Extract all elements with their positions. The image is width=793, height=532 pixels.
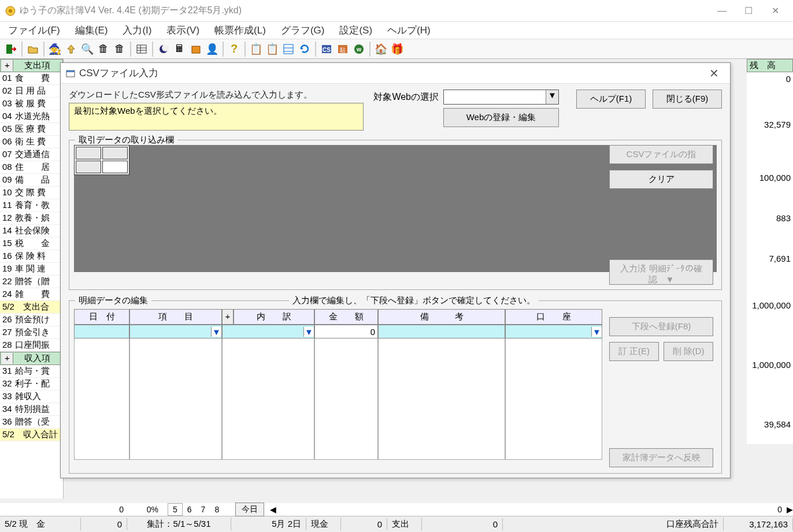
close-button[interactable]: ✕ [762, 2, 788, 20]
balance-value: 1,000,000 [747, 285, 793, 325]
menu-file[interactable]: ファイル(F) [2, 21, 66, 39]
gift-icon[interactable]: 🎁 [390, 42, 405, 57]
scroll-right-icon[interactable]: ▶ [787, 505, 793, 514]
csv-file-button[interactable]: CSVファイルの指 [609, 145, 713, 164]
minimize-button[interactable]: — [709, 2, 735, 20]
menu-report[interactable]: 帳票作成(L) [209, 21, 272, 39]
menu-settings[interactable]: 設定(S) [333, 21, 378, 39]
category-row[interactable]: 10交 際 費 [0, 187, 63, 199]
paste-icon[interactable]: 貼 [335, 42, 350, 57]
dialog-hint: 最初に対象Webを選択してください。 [69, 103, 364, 131]
day-5[interactable]: 5 [168, 503, 183, 516]
menu-input[interactable]: 入力(I) [117, 21, 157, 39]
web-icon[interactable]: W [351, 42, 366, 57]
cs-icon[interactable]: CS [319, 42, 334, 57]
dropdown-icon[interactable]: ▼ [591, 327, 602, 337]
category-row[interactable]: 28口座間振 [0, 339, 63, 352]
open-icon[interactable] [25, 42, 40, 57]
menu-graph[interactable]: グラフ(G) [275, 21, 331, 39]
category-row[interactable]: 34特別損益 [0, 403, 63, 416]
item-input[interactable]: ▼ [129, 325, 222, 338]
category-row[interactable]: 16保 険 料 [0, 250, 63, 263]
acct-list[interactable] [505, 338, 602, 460]
house-icon[interactable]: 🏠 [373, 42, 388, 57]
scroll-left-icon[interactable]: ◀ [270, 505, 276, 514]
close-dialog-button[interactable]: 閉じる(F9) [653, 90, 722, 109]
clear-button[interactable]: クリア [609, 170, 713, 189]
category-row[interactable]: 26預金預け [0, 314, 63, 326]
category-row[interactable]: 15税 金 [0, 237, 63, 250]
copy2-icon[interactable]: 📋 [265, 42, 280, 57]
category-row[interactable]: 07交通通信 [0, 148, 63, 161]
help-button[interactable]: ヘルプ(F1) [576, 90, 646, 109]
category-row[interactable]: 12教養・娯 [0, 212, 63, 225]
col-plus-button[interactable]: + [222, 309, 234, 325]
category-row[interactable]: 14社会保険 [0, 225, 63, 237]
trash2-icon[interactable]: 🗑 [112, 42, 127, 57]
menu-view[interactable]: 表示(V) [161, 21, 205, 39]
expand-income-button[interactable]: + [2, 353, 13, 364]
box-icon[interactable] [188, 42, 203, 57]
day-7[interactable]: 7 [197, 504, 210, 515]
reflect-button[interactable]: 家計簿データへ反映 [609, 448, 713, 467]
item-list[interactable] [129, 338, 222, 460]
date-input[interactable] [74, 325, 129, 338]
grid-icon[interactable] [281, 42, 296, 57]
category-row[interactable]: 27預金引き [0, 326, 63, 339]
category-row[interactable]: 05医 療 費 [0, 123, 63, 136]
chevron-down-icon[interactable]: ▼ [546, 90, 558, 104]
detail-input[interactable]: ▼ [222, 325, 314, 338]
category-row[interactable]: 01食 費 [0, 72, 63, 85]
dialog-close-button[interactable]: ✕ [702, 66, 725, 80]
person-icon[interactable]: 👤 [205, 42, 220, 57]
category-row[interactable]: 19車 関 連 [0, 263, 63, 276]
day-6[interactable]: 6 [183, 504, 197, 515]
calc-icon[interactable]: 🖩 [172, 42, 187, 57]
category-row[interactable]: 22贈答（贈 [0, 276, 63, 288]
wizard-icon[interactable]: 🧙 [47, 42, 62, 57]
register-button[interactable]: 下段へ登録(F8) [609, 317, 713, 336]
web-register-button[interactable]: Webの登録・編集 [443, 108, 559, 127]
web-select-combo[interactable]: ▼ [443, 90, 559, 105]
trash-icon[interactable]: 🗑 [96, 42, 111, 57]
category-row[interactable]: 11養育・教 [0, 199, 63, 212]
date-list[interactable] [74, 338, 129, 460]
today-button[interactable]: 今日 [235, 503, 264, 516]
detail-list[interactable] [222, 338, 314, 460]
memo-list[interactable] [378, 338, 505, 460]
category-row[interactable]: 36贈答（受 [0, 416, 63, 429]
confirm-detail-button[interactable]: 入力済 明細ﾃﾞｰﾀの確認 ▼ [609, 259, 713, 285]
amount-list[interactable] [314, 338, 378, 460]
expand-expense-button[interactable]: + [2, 60, 13, 71]
category-row[interactable]: 06衛 生 費 [0, 136, 63, 148]
col-amount-header: 金 額 [314, 309, 378, 325]
refresh-icon[interactable] [297, 42, 312, 57]
maximize-button[interactable]: ☐ [735, 2, 762, 20]
amount-input[interactable]: 0 [314, 325, 378, 338]
help-icon[interactable]: ? [227, 42, 242, 57]
category-row[interactable]: 09備 品 [0, 174, 63, 187]
moon-icon[interactable] [156, 42, 171, 57]
day-8[interactable]: 8 [210, 504, 224, 515]
category-row[interactable]: 31給与・賞 [0, 365, 63, 378]
category-row[interactable]: 08住 居 [0, 161, 63, 174]
category-row[interactable]: 02日 用 品 [0, 85, 63, 98]
search-icon[interactable]: 🔍 [80, 42, 95, 57]
acct-input[interactable]: ▼ [505, 325, 602, 338]
dropdown-icon[interactable]: ▼ [303, 327, 314, 337]
delete-button[interactable]: 削 除(D) [664, 342, 713, 361]
dropdown-icon[interactable]: ▼ [211, 327, 221, 337]
category-row[interactable]: 03被 服 費 [0, 98, 63, 110]
copy1-icon[interactable]: 📋 [249, 42, 264, 57]
category-row[interactable]: 24雑 費 [0, 288, 63, 301]
category-row[interactable]: 33雑収入 [0, 390, 63, 403]
table-icon[interactable] [134, 42, 149, 57]
category-row[interactable]: 04水道光熱 [0, 110, 63, 123]
memo-input[interactable] [378, 325, 505, 338]
category-row[interactable]: 32利子・配 [0, 378, 63, 390]
up-icon[interactable] [64, 42, 79, 57]
menu-help[interactable]: ヘルプ(H) [381, 21, 436, 39]
menu-edit[interactable]: 編集(E) [69, 21, 114, 39]
exit-icon[interactable] [3, 42, 18, 57]
edit-button[interactable]: 訂 正(E) [609, 342, 659, 361]
